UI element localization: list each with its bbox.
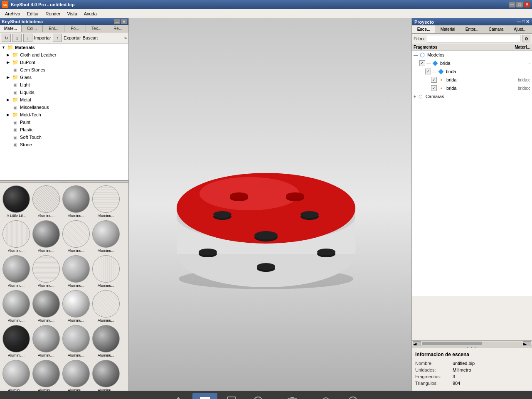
proj-tab-esce[interactable]: Esce... — [412, 25, 436, 33]
mat-item-2[interactable]: Aluminu... — [62, 185, 91, 219]
scroll-left-btn[interactable]: ◀ — [413, 341, 421, 345]
scene-item-brida3[interactable]: ✓ 🔸 brida brida:c — [429, 76, 532, 84]
scroll-thumb[interactable] — [422, 342, 482, 345]
tab-mate[interactable]: Mate... — [0, 25, 22, 32]
mat-item-20[interactable]: Aluminu... — [2, 359, 31, 391]
tree-item-gemstones[interactable]: ▶ ▣ Gem Stones — [0, 66, 128, 74]
tree-label-light: Light — [20, 82, 30, 87]
project-expand-btn[interactable]: □ — [522, 19, 525, 25]
mat-item-10[interactable]: Aluminu... — [62, 254, 91, 288]
project-close-btn[interactable]: ✕ — [526, 19, 530, 25]
close-button[interactable]: ✕ — [524, 2, 530, 7]
tree-item-misc[interactable]: ▶ ▣ Miscellaneous — [0, 103, 128, 111]
mat-item-1[interactable]: Aluminu... — [32, 185, 61, 219]
scene-item-brida4[interactable]: ✓ 🔸 brida brida:c — [429, 84, 532, 92]
scene-item-camaras[interactable]: + ⬡ Cámaras — [412, 92, 532, 101]
scene-brida3-label: brida — [446, 77, 518, 82]
tab-re[interactable]: Re... — [107, 25, 128, 32]
more-btn[interactable]: » — [124, 35, 127, 40]
menu-ayuda[interactable]: Ayuda — [81, 10, 100, 17]
mat-item-11[interactable]: Aluminu... — [91, 254, 121, 288]
tree-root-arrow[interactable]: ▼ — [2, 45, 7, 49]
mat-item-5[interactable]: Aluminu... — [32, 219, 61, 254]
tree-item-moldtech[interactable]: ▶ 📁 Mold-Tech — [0, 111, 128, 118]
camaras-expand-icon[interactable]: + — [414, 94, 416, 99]
brida2-check[interactable]: ✓ — [425, 69, 431, 74]
modelos-expand-icon[interactable]: — — [414, 53, 418, 57]
tab-col[interactable]: Col... — [22, 25, 43, 32]
scroll-track[interactable] — [422, 342, 522, 345]
brida3-check[interactable]: ✓ — [431, 77, 437, 83]
tree-item-liquids[interactable]: ▶ ▣ Liquids — [0, 89, 128, 96]
tool-captura[interactable]: Captura de pantalla — [272, 393, 312, 399]
menu-editar[interactable]: Editar — [24, 10, 42, 17]
tool-importar[interactable]: Importar — [166, 393, 191, 399]
tree-item-metal[interactable]: ▶ 📁 Metal — [0, 96, 128, 103]
mat-thumb-14 — [62, 290, 90, 318]
scene-item-modelos[interactable]: — ⬡ Modelos — [412, 51, 532, 59]
minimize-button[interactable]: — — [509, 2, 515, 7]
filter-settings-btn[interactable]: ⚙ — [522, 35, 530, 42]
scene-item-brida2[interactable]: ✓ — 🔷 brida - — [424, 67, 532, 76]
tool-animacion[interactable]: Animación — [246, 393, 271, 399]
mat-item-7[interactable]: Aluminu... — [91, 219, 121, 254]
scene-item-brida1[interactable]: ✓ — 🔷 brida - — [418, 59, 532, 67]
tab-fo[interactable]: Fo... — [64, 25, 86, 32]
mat-item-23[interactable]: Aluminu... — [91, 359, 121, 391]
mat-item-9[interactable]: Aluminu... — [32, 254, 61, 288]
tool-biblioteca[interactable]: biblioteca — [192, 393, 217, 399]
brida2-expand-icon[interactable]: — — [432, 69, 436, 74]
tree-item-softtouch[interactable]: ▶ ▣ Soft Touch — [0, 133, 128, 141]
mat-item-4[interactable]: Aluminu... — [2, 219, 31, 254]
library-close-btn[interactable]: ✕ — [121, 19, 127, 24]
proj-tab-material[interactable]: Material — [436, 25, 460, 33]
brida1-expand-icon[interactable]: — — [426, 61, 431, 66]
tab-tex[interactable]: Tex... — [86, 25, 108, 32]
mat-item-8[interactable]: Aluminu... — [2, 254, 31, 288]
tool-render[interactable]: Render — [313, 393, 338, 399]
menu-archivo[interactable]: Archivo — [2, 10, 24, 17]
tree-item-paint[interactable]: ▶ ▣ Paint — [0, 118, 128, 126]
mat-item-15[interactable]: Aluminu... — [91, 289, 121, 323]
tool-proyecto[interactable]: Proyecto — [219, 393, 244, 399]
tree-item-cloth[interactable]: ▶ 📁 Cloth and Leather — [0, 51, 128, 59]
scroll-right-btn[interactable]: ▶ — [523, 341, 531, 345]
tab-ent[interactable]: Ent... — [43, 25, 64, 32]
mat-item-14[interactable]: Aluminu... — [62, 289, 91, 323]
tool-keyshotvr[interactable]: KeyShotVR — [340, 393, 366, 399]
tree-item-glass[interactable]: ▶ 📁 Glass — [0, 74, 128, 81]
export-btn[interactable]: ↑ — [53, 34, 62, 42]
filter-input[interactable] — [427, 35, 521, 42]
home-btn[interactable]: ⌂ — [12, 34, 22, 42]
brida1-check[interactable]: ✓ — [419, 60, 425, 66]
proj-tab-camara[interactable]: Cámara — [484, 25, 508, 33]
proj-tab-ajust[interactable]: Ajust... — [508, 25, 532, 33]
import-btn[interactable]: ↓ — [23, 34, 32, 42]
refresh-btn[interactable]: ↻ — [2, 34, 11, 42]
mat-item-17[interactable]: Aluminu... — [32, 324, 61, 358]
library-minimize-btn[interactable]: — — [114, 19, 120, 24]
mat-item-16[interactable]: Aluminu... — [2, 324, 31, 358]
maximize-button[interactable]: □ — [516, 2, 523, 7]
mat-item-6[interactable]: Aluminu... — [62, 219, 91, 254]
mat-item-19[interactable]: Aluminu... — [91, 324, 121, 358]
tree-item-stone[interactable]: ▶ ▣ Stone — [0, 141, 128, 148]
mat-item-3[interactable]: Aluminu... — [91, 185, 121, 219]
mat-item-21[interactable]: Aluminu... — [32, 359, 61, 391]
menu-vista[interactable]: Vista — [64, 10, 81, 17]
tree-item-dupont[interactable]: ▶ 📁 DuPont — [0, 59, 128, 66]
mat-item-22[interactable]: Aluminu... — [62, 359, 91, 391]
project-minimize-btn[interactable]: — — [517, 19, 521, 25]
brida4-check[interactable]: ✓ — [431, 85, 437, 91]
mat-item-0[interactable]: A Little Lil... — [2, 185, 31, 219]
tree-item-light[interactable]: ▶ ▣ Light — [0, 81, 128, 89]
scene-hscrollbar[interactable]: ◀ ▶ — [412, 340, 532, 345]
mat-item-12[interactable]: Aluminu... — [2, 289, 31, 323]
svg-rect-27 — [227, 397, 236, 399]
tree-item-plastic[interactable]: ▶ ▣ Plastic — [0, 126, 128, 133]
mat-item-18[interactable]: Aluminu... — [62, 324, 91, 358]
proj-tab-entor[interactable]: Entor... — [460, 25, 484, 33]
tree-root[interactable]: ▼ 📁 Materials — [0, 44, 128, 51]
menu-render[interactable]: Render — [42, 10, 64, 17]
mat-item-13[interactable]: Aluminu... — [32, 289, 61, 323]
